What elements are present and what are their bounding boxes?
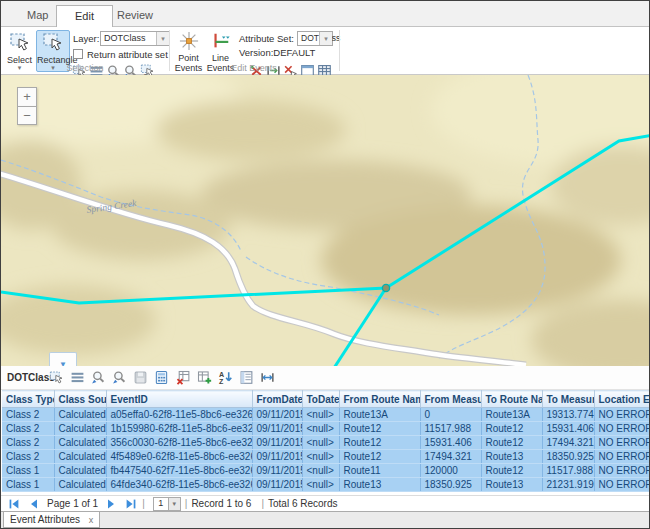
show-selected-icon[interactable] (70, 370, 85, 385)
column-header[interactable]: Class Source (54, 391, 106, 408)
cell: Class 2 (2, 450, 54, 464)
cell: 09/11/2015 (252, 422, 302, 436)
cell: Route13A (481, 408, 542, 422)
cell: Class 2 (2, 422, 54, 436)
table-row[interactable]: Class 2Calculateda05effa0-62f8-11e5-8bc6… (2, 408, 650, 422)
grid-pager: Page 1 of 1 | 1 ▾ | Record 1 to 6 | Tota… (1, 495, 649, 511)
cell: Route13 (481, 478, 542, 492)
column-header[interactable]: From Measure (420, 391, 481, 408)
table-header-row: Class TypeClass SourceEventIDFromDateToD… (2, 391, 650, 408)
cell: 64fde340-62f8-11e5-8bc6-ee32641d5ec9 (106, 478, 252, 492)
map-zoom-control: + − (17, 87, 37, 125)
column-header[interactable]: Class Type (2, 391, 54, 408)
table-row[interactable]: Class 1Calculatedfb447540-62f7-11e5-8bc6… (2, 464, 650, 478)
cell: <null> (302, 408, 339, 422)
ribbon-tabstrip: Map Edit Review (1, 1, 649, 27)
pager-separator: | (261, 498, 264, 509)
cell: 0 (420, 408, 481, 422)
last-page-button[interactable] (124, 498, 138, 510)
close-tab-icon[interactable]: x (89, 515, 94, 525)
cell: 09/11/2015 (252, 450, 302, 464)
page-number-combobox[interactable]: 1 ▾ (153, 497, 181, 511)
panel-collapse-button[interactable]: ▼ (49, 352, 77, 366)
column-header[interactable]: From Route Name (339, 391, 420, 408)
route-junction-marker[interactable] (382, 284, 389, 291)
cell: NO ERROR (594, 478, 650, 492)
return-attribute-set-checkbox[interactable] (73, 49, 83, 59)
attribute-set-combobox[interactable]: DOTClass ▾ (297, 31, 333, 46)
layer-label: Layer: (73, 33, 99, 44)
save-icon[interactable] (133, 370, 148, 385)
chevron-down-icon[interactable]: ▾ (168, 498, 180, 510)
previous-page-button[interactable] (27, 498, 41, 510)
cell: 09/11/2015 (252, 436, 302, 450)
chevron-down-icon[interactable]: ▾ (156, 32, 169, 45)
return-attribute-set-label: Return attribute set (87, 49, 168, 60)
tab-event-attributes[interactable]: Event Attributes x (3, 512, 100, 528)
version-label: Version:DEFAULT (239, 47, 315, 58)
cell: 17494.321 (542, 436, 594, 450)
first-page-button[interactable] (7, 498, 21, 510)
chevron-down-icon[interactable]: ▾ (319, 32, 332, 45)
cell: NO ERROR (594, 436, 650, 450)
record-range-text: Record 1 to 6 (191, 498, 251, 509)
export-delete-icon[interactable] (176, 370, 191, 385)
add-record-icon[interactable] (197, 370, 212, 385)
cell: 15931.406 (420, 436, 481, 450)
column-header[interactable]: To Measure (542, 391, 594, 408)
cell: Calculated (54, 422, 106, 436)
calculate-field-icon[interactable] (154, 370, 169, 385)
table-row[interactable]: Class 1Calculated64fde340-62f8-11e5-8bc6… (2, 478, 650, 492)
event-attributes-panel: DOTClass Class TypeClass SourceEventIDFr… (1, 366, 649, 512)
cell: 356c0030-62f8-11e5-8bc6-ee32641d5ec9 (106, 436, 252, 450)
map-viewport: Spring Creek + − ▼ (1, 75, 649, 366)
measures-icon[interactable] (260, 370, 275, 385)
cell: Route12 (481, 422, 542, 436)
cell: <null> (302, 422, 339, 436)
tab-edit[interactable]: Edit (56, 5, 113, 27)
zoom-to-next-icon[interactable] (112, 370, 127, 385)
cell: 09/11/2015 (252, 408, 302, 422)
sort-icon[interactable] (218, 370, 233, 385)
layer-value: DOTClass (104, 33, 146, 43)
select-records-icon[interactable] (49, 370, 64, 385)
layer-combobox[interactable]: DOTClass ▾ (100, 31, 170, 46)
cell: 18350.925 (542, 450, 594, 464)
cell: Calculated (54, 408, 106, 422)
attribute-form-icon[interactable] (239, 370, 254, 385)
column-header[interactable]: FromDate (252, 391, 302, 408)
cell: 18350.925 (420, 478, 481, 492)
zoom-to-previous-icon[interactable] (91, 370, 106, 385)
column-header[interactable]: EventID (106, 391, 252, 408)
app-window: Map Edit Review Select ▾ Rectangle ▾ Lay… (0, 0, 650, 529)
cell: Route13 (481, 450, 542, 464)
cell: <null> (302, 478, 339, 492)
zoom-in-button[interactable]: + (17, 87, 37, 106)
column-header[interactable]: Location Error (594, 391, 650, 408)
cell: 09/11/2015 (252, 478, 302, 492)
table-row[interactable]: Class 2Calculated356c0030-62f8-11e5-8bc6… (2, 436, 650, 450)
cell: 11517.988 (542, 464, 594, 478)
column-header[interactable]: ToDate (302, 391, 339, 408)
map-canvas[interactable]: Spring Creek (1, 75, 649, 366)
column-header[interactable]: To Route Name (481, 391, 542, 408)
edit-events-group-label: Edit Events (170, 63, 338, 73)
attribute-table: Class TypeClass SourceEventIDFromDateToD… (2, 390, 650, 492)
point-events-icon (179, 31, 199, 51)
total-records-text: Total 6 Records (268, 498, 337, 509)
cell: 11517.988 (420, 422, 481, 436)
cell: Class 2 (2, 408, 54, 422)
zoom-out-button[interactable]: − (17, 106, 37, 125)
cell: 19313.774 (542, 408, 594, 422)
table-row[interactable]: Class 2Calculated1b159980-62f8-11e5-8bc6… (2, 422, 650, 436)
cell: 15931.406 (542, 422, 594, 436)
rectangle-tool-icon (42, 31, 64, 53)
tab-event-attributes-label: Event Attributes (10, 514, 80, 525)
cell: Route12 (339, 436, 420, 450)
cell: Class 1 (2, 464, 54, 478)
cell: Route13A (339, 408, 420, 422)
table-row[interactable]: Class 2Calculated4f5489e0-62f8-11e5-8bc6… (2, 450, 650, 464)
collapse-arrow-icon: ▼ (59, 360, 67, 366)
next-page-button[interactable] (104, 498, 118, 510)
cell: Class 1 (2, 478, 54, 492)
